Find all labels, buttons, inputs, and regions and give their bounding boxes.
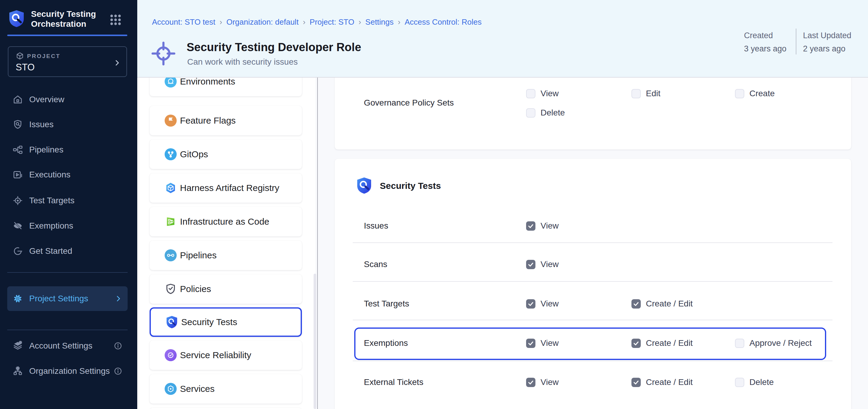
sidebar-divider	[7, 330, 128, 330]
checkbox-label: View	[540, 299, 559, 309]
project-selector[interactable]: PROJECT STO	[8, 46, 127, 77]
module-card-services[interactable]: Services	[150, 374, 302, 404]
breadcrumb-separator: ›	[359, 18, 361, 27]
sidebar-item-label: Account Settings	[29, 341, 92, 351]
sidebar-item-test-targets[interactable]: Test Targets	[0, 191, 137, 210]
pipelines-mod-icon	[165, 249, 177, 262]
sidebar-item-label: Test Targets	[29, 196, 74, 205]
breadcrumb-item[interactable]: Organization: default	[226, 18, 299, 27]
sidebar-item-label: Pipelines	[29, 145, 63, 155]
checkbox-label: Delete	[540, 108, 565, 117]
sidebar-item-executions[interactable]: Executions	[0, 165, 137, 184]
sidebar-item-project-settings[interactable]: Project Settings	[7, 286, 128, 311]
policies-icon	[165, 282, 177, 296]
sidebar-item-label: Get Started	[29, 246, 72, 256]
module-card-pipelines[interactable]: Pipelines	[150, 241, 302, 270]
checkbox-create[interactable]: Create	[735, 89, 775, 98]
environments-icon	[165, 77, 177, 88]
sidebar-item-overview[interactable]: Overview	[0, 90, 137, 109]
sidebar-divider	[7, 272, 128, 273]
get-started-icon	[13, 246, 23, 256]
checkbox-label: View	[540, 377, 559, 387]
project-name: STO	[16, 62, 35, 73]
checkbox-edit[interactable]: Edit	[631, 89, 660, 98]
module-card-gitops[interactable]: GitOps	[150, 140, 302, 169]
eye-off-icon	[13, 221, 23, 231]
panel-divider	[317, 77, 318, 409]
checked-checkbox-icon[interactable]	[631, 299, 641, 309]
checkbox-view[interactable]: View	[526, 89, 559, 98]
sidebar-item-issues[interactable]: Issues	[0, 115, 137, 134]
unchecked-checkbox-icon[interactable]	[631, 89, 641, 98]
module-card-label: Security Tests	[181, 317, 237, 327]
iac-icon	[165, 215, 177, 228]
checkbox-view[interactable]: View	[526, 377, 559, 387]
security-shield-icon	[166, 315, 178, 329]
checkbox-label: Delete	[749, 377, 774, 387]
pipeline-icon	[13, 145, 23, 155]
checkbox-view[interactable]: View	[526, 221, 559, 231]
breadcrumb-item[interactable]: Project: STO	[310, 18, 354, 27]
project-label: PROJECT	[27, 53, 61, 60]
module-card-label: Service Reliability	[180, 350, 251, 360]
sidebar-item-pipelines[interactable]: Pipelines	[0, 140, 137, 159]
checkbox-label: Create	[749, 89, 775, 98]
module-card-security-tests[interactable]: Security Tests	[150, 307, 302, 337]
checked-checkbox-icon[interactable]	[526, 260, 535, 269]
row-divider	[353, 281, 833, 282]
breadcrumb-item[interactable]: Settings	[365, 18, 394, 27]
unchecked-checkbox-icon[interactable]	[735, 378, 744, 387]
checked-checkbox-icon[interactable]	[631, 378, 641, 387]
module-card-service-reliability[interactable]: Service Reliability	[150, 340, 302, 370]
section-title: Security Tests	[380, 181, 441, 191]
sidebar-item-account-settings[interactable]: Account Settings	[0, 336, 137, 355]
target-icon	[13, 196, 23, 206]
sidebar-item-exemptions[interactable]: Exemptions	[0, 216, 137, 235]
unchecked-checkbox-icon[interactable]	[526, 89, 535, 98]
row-divider	[353, 320, 833, 320]
chevron-right-icon	[113, 59, 121, 67]
module-card-label: Services	[180, 384, 215, 394]
chevron-right-icon	[114, 295, 122, 303]
unchecked-checkbox-icon[interactable]	[735, 89, 744, 98]
module-card-environments[interactable]: Environments	[150, 77, 302, 96]
layers-gear-icon	[13, 340, 24, 351]
org-gear-icon	[13, 366, 24, 377]
sidebar-item-label: Issues	[29, 120, 54, 129]
sidebar-item-organization-settings[interactable]: Organization Settings	[0, 362, 137, 381]
checkbox-delete[interactable]: Delete	[526, 108, 565, 117]
security-tests-shield-icon	[356, 177, 372, 194]
breadcrumb-item[interactable]: Access Control: Roles	[404, 18, 482, 27]
home-icon	[13, 95, 23, 105]
checkbox-create-edit[interactable]: Create / Edit	[631, 299, 693, 309]
module-card-infrastructure-as-code[interactable]: Infrastructure as Code	[150, 207, 302, 236]
module-card-policies[interactable]: Policies	[150, 274, 302, 304]
checked-checkbox-icon[interactable]	[526, 221, 535, 231]
info-icon[interactable]	[114, 342, 122, 350]
module-card-label: Harness Artifact Registry	[180, 183, 279, 193]
module-list-scrollbar[interactable]	[314, 274, 316, 409]
breadcrumb-separator: ›	[303, 18, 306, 27]
module-card-label: Pipelines	[180, 250, 217, 261]
info-icon[interactable]	[114, 367, 122, 375]
sidebar-item-label: Project Settings	[29, 294, 88, 303]
checkbox-label: Create / Edit	[646, 299, 693, 309]
checkbox-view[interactable]: View	[526, 299, 559, 309]
module-card-feature-flags[interactable]: Feature Flags	[150, 106, 302, 135]
checkbox-delete[interactable]: Delete	[735, 377, 774, 387]
unchecked-checkbox-icon[interactable]	[526, 108, 535, 117]
module-active-underline	[7, 35, 127, 36]
row-divider	[353, 361, 833, 361]
module-card-label: GitOps	[180, 149, 208, 159]
checkbox-view[interactable]: View	[526, 260, 559, 269]
module-card-harness-artifact-registry[interactable]: Harness Artifact Registry	[150, 173, 302, 203]
sidebar-item-label: Overview	[29, 95, 64, 104]
checked-checkbox-icon[interactable]	[526, 378, 535, 387]
module-grid-icon[interactable]	[110, 14, 122, 26]
cube-icon	[16, 52, 24, 60]
checkbox-create-edit[interactable]: Create / Edit	[631, 377, 693, 387]
module-card-label: Infrastructure as Code	[180, 216, 269, 227]
checked-checkbox-icon[interactable]	[526, 299, 535, 309]
breadcrumb-item[interactable]: Account: STO test	[152, 18, 216, 27]
sidebar-item-get-started[interactable]: Get Started	[0, 242, 137, 261]
